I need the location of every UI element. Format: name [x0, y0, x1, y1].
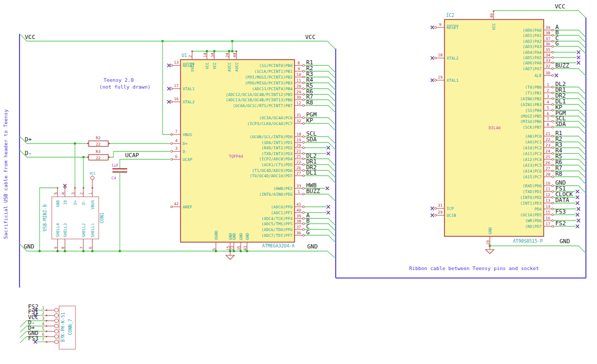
pin-number: 25 [296, 154, 301, 159]
pin-number: 26 [296, 166, 301, 170]
pin-number: 14 [203, 52, 207, 58]
net-label-vcc[interactable]: VCC [555, 3, 565, 10]
net-label[interactable]: SDA [306, 136, 317, 143]
pin-number: 7 [175, 129, 178, 134]
pin-name: AREF [183, 205, 193, 209]
net-label-gnd[interactable]: GND [24, 243, 34, 250]
net-label[interactable]: FS2 [555, 220, 566, 227]
pin-end-dot [35, 341, 36, 343]
pin-name: XTAL2 [447, 56, 459, 61]
pin-number: 7 [79, 246, 84, 249]
pin-circle [552, 74, 554, 76]
pin-circle [302, 175, 305, 177]
pin-number: 9 [298, 66, 300, 71]
net-label-ucap[interactable]: UCAP [125, 152, 139, 159]
pin-name: (SCK)PB7 [523, 125, 542, 130]
pin-name: (MOSI)PB5 [520, 114, 542, 119]
pin-number: 20 [486, 240, 490, 245]
pin-name: (OC3A/OC4A)PC6 [259, 116, 293, 120]
pin-circle [302, 104, 305, 107]
pin-number: 33 [296, 184, 301, 188]
pin-number: 2 [547, 88, 549, 93]
pin-number: 13 [545, 198, 550, 203]
conn7-ref: CONN_7 [68, 319, 73, 336]
pin-name: (ADC0)PF0 [271, 205, 292, 209]
net-label-vcc[interactable]: VCC [25, 34, 35, 41]
net-label[interactable]: BUZZ [555, 62, 570, 69]
pin-number: 32 [545, 64, 550, 69]
pin-circle [302, 206, 305, 208]
pin-end-dot [432, 58, 433, 59]
pin-name: (A14)PC6 [523, 169, 542, 174]
pin-name: (SS/PCINT0)PB0 [259, 63, 293, 68]
pin-number: 42 [174, 202, 178, 206]
net-label[interactable]: KP [306, 117, 314, 124]
pin-number: 25 [545, 155, 550, 159]
net-label-dplus[interactable]: D+ [25, 136, 32, 143]
pin-end-dot [577, 226, 579, 227]
pin-end-dot [168, 88, 170, 90]
pin-number: 8 [298, 61, 300, 65]
pin-end-dot [578, 52, 580, 53]
pin-number: 41 [296, 202, 301, 207]
net-label-dminus[interactable]: D- [25, 150, 32, 157]
net-label[interactable]: SDA [555, 121, 566, 128]
pin-name: (ADC13/OC1B/OC4B/PCINT13)PB6 [226, 98, 293, 102]
pin-number: 2 [188, 55, 193, 58]
junction-dot [119, 250, 121, 253]
pin-end-dot [556, 75, 557, 76]
pin-end-dot [108, 157, 110, 158]
net-label-gnd[interactable]: GND [560, 238, 570, 245]
net-label[interactable]: G [555, 40, 559, 47]
net-label-vcc[interactable]: VCC [305, 34, 316, 41]
pin-number: 11 [296, 78, 301, 83]
junction-dot [228, 50, 231, 53]
net-label[interactable]: R8 [306, 99, 313, 106]
pin-circle [552, 176, 554, 178]
pin-circle [552, 219, 554, 222]
net-label[interactable]: BUZZ [306, 188, 320, 195]
pin-name: GND [488, 227, 492, 234]
pin-circle [302, 82, 305, 84]
pin-circle [302, 193, 305, 195]
pin-name: (ICP2/ADC8)PD4 [259, 157, 293, 161]
teensy-note: (not fully drawn) [99, 84, 150, 90]
pin-circle [302, 187, 305, 189]
pin-circle [302, 158, 305, 160]
pin-name: (AD6)PA6 [523, 61, 542, 65]
net-label[interactable]: DL1 [306, 169, 317, 176]
pin-circle [552, 45, 554, 47]
pin-circle [552, 164, 554, 166]
pin-circle [552, 34, 554, 36]
pin-name: (RD)PD7 [525, 224, 542, 229]
net-label[interactable]: DATA [555, 197, 570, 204]
u1-ref: U1 [182, 53, 187, 58]
pin-number: 5 [53, 192, 58, 195]
pin-number: 30 [545, 71, 551, 75]
pin-circle [552, 208, 554, 210]
pin-end-dot [328, 153, 329, 155]
pin-number: 12 [545, 193, 550, 197]
net-label-gnd[interactable]: GND [307, 243, 318, 250]
net-label[interactable]: G [306, 229, 310, 236]
pin-circle [552, 126, 554, 128]
pin-number: 4 [61, 192, 65, 195]
schematic-svg: Sacrificial USB cable from header to Tee… [0, 0, 597, 364]
pin-name: (AD1)PA1 [523, 33, 542, 38]
pin-circle [434, 214, 437, 216]
junction-dot [39, 250, 41, 253]
pin-end-dot [168, 101, 170, 103]
pin-name: UVCC [190, 62, 195, 72]
pin-name: SHELL3 [63, 223, 68, 237]
pin-name: (AD2)PA2 [523, 39, 542, 44]
connector-pin-circle [54, 319, 58, 322]
pin-circle [302, 141, 305, 143]
pin-end-dot [328, 147, 329, 149]
pin-name: (TXD/INT3)PD3 [261, 151, 292, 156]
pin-circle [552, 196, 554, 198]
pin-number: 5 [42, 327, 44, 331]
net-label[interactable]: R8 [555, 170, 562, 177]
net-label[interactable]: FS3 [555, 208, 566, 215]
usb-cable-note: Sacrificial USB cable from header to Tee… [3, 109, 8, 239]
pin-name: (SS)PB4 [525, 108, 542, 113]
